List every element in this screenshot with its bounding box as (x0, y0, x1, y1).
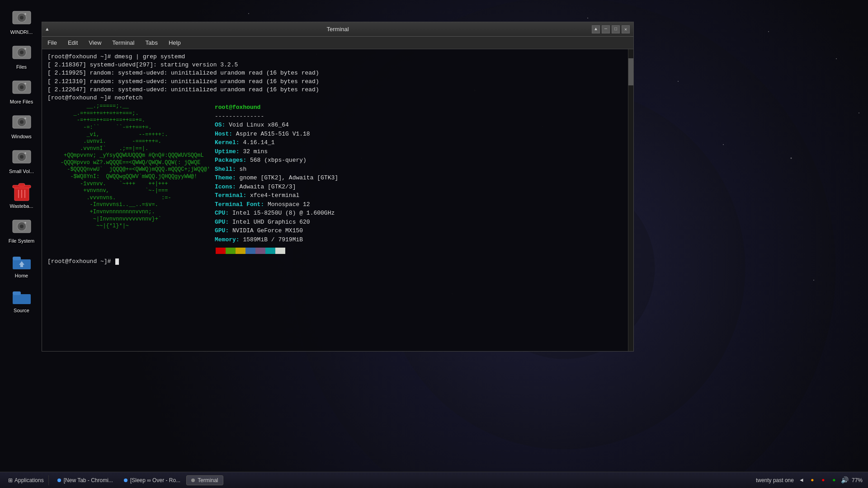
menu-view[interactable]: View (87, 38, 103, 47)
taskbar-left: ⊞ Applications (0, 475, 49, 485)
terminal-line-1: [ 2.118367] systemd-udevd[297]: starting… (47, 61, 623, 69)
svg-point-7 (24, 48, 26, 50)
desktop-icon-files[interactable]: Files (4, 39, 40, 72)
menu-help[interactable]: Help (167, 38, 183, 47)
color-swatch-purple (255, 248, 265, 254)
terminal-menubar: File Edit View Terminal Tabs Help (42, 37, 633, 49)
svg-point-6 (20, 51, 24, 54)
tray-status1-icon[interactable]: ● (819, 476, 827, 484)
system-tray: ◀ ● ● ● 🔊 77% (797, 476, 863, 484)
color-swatch-red (216, 248, 226, 254)
desktop-icon-more-files-label: More Files (10, 99, 33, 104)
tray-volume-pct: 77% (852, 477, 863, 483)
applications-button[interactable]: ⊞ Applications (4, 475, 49, 485)
desktop-icon-home[interactable]: Home (4, 248, 40, 281)
taskbar-item-terminal[interactable]: Terminal (186, 475, 223, 485)
svg-point-3 (24, 13, 26, 15)
color-swatch-blue (245, 248, 255, 254)
desktop-sidebar: WINDRI... Files More Files (0, 0, 43, 371)
tray-expand-icon[interactable]: ◀ (797, 476, 806, 484)
cursor (115, 258, 119, 265)
menu-tabs[interactable]: Tabs (143, 38, 159, 47)
svg-rect-34 (13, 294, 31, 304)
win-close-button[interactable]: ✕ (622, 25, 630, 33)
desktop-icon-small-vol[interactable]: Small Vol... (4, 144, 40, 176)
desktop-icon-windows[interactable]: Windows (4, 109, 40, 141)
window-controls: ▲ ─ □ ✕ (592, 25, 630, 33)
win-expand-button[interactable]: ▲ (592, 25, 600, 33)
svg-rect-33 (20, 265, 23, 267)
menu-edit[interactable]: Edit (66, 38, 80, 47)
desktop-icon-small-vol-label: Small Vol... (9, 169, 34, 174)
desktop-icon-source-label: Source (14, 308, 29, 313)
tray-status2-icon[interactable]: ● (830, 476, 838, 484)
desktop-icon-trash-label: Wasteba... (9, 203, 33, 209)
desktop-icon-windri[interactable]: WINDRI... (4, 5, 40, 37)
color-swatch-green (226, 248, 236, 254)
taskbar-clock: twenty past one (756, 477, 794, 483)
desktop-icon-files-label: Files (16, 64, 27, 70)
taskbar-dot-chromium2 (124, 479, 127, 482)
menu-terminal[interactable]: Terminal (110, 38, 136, 47)
taskbar-dot-chromium1 (57, 479, 61, 482)
neofetch-output: __.;=====;.__ _.=+==++=++=+=+===;. -=++=… (47, 103, 623, 254)
svg-rect-31 (13, 257, 21, 260)
terminal-titlebar: ▲ Terminal ▲ ─ □ ✕ (42, 22, 633, 37)
desktop-icon-filesystem[interactable]: File System (4, 213, 40, 246)
desktop-icon-filesystem-label: File System (9, 238, 34, 244)
win-expand-icon: ▲ (46, 27, 49, 32)
win-minimize-button[interactable]: ─ (602, 25, 610, 33)
terminal-scrollbar-thumb[interactable] (628, 58, 633, 85)
terminal-content[interactable]: [root@foxhound ~]# dmesg | grep systemd … (42, 49, 628, 351)
color-swatch-white (275, 248, 285, 254)
taskbar-items: [New Tab - Chromi... [Sleep ∞ Over - Ro.… (49, 475, 756, 485)
svg-rect-22 (19, 183, 25, 186)
svg-point-19 (24, 152, 26, 154)
terminal-line-prompt2: [root@foxhound ~]# neofetch (47, 94, 623, 102)
desktop-icon-more-files[interactable]: More Files (4, 74, 40, 107)
terminal-line-4: [ 2.122647] random: systemd-udevd: unini… (47, 86, 623, 94)
svg-point-2 (20, 16, 24, 19)
taskbar-item-chromium1[interactable]: [New Tab - Chromi... (52, 475, 118, 485)
desktop-icon-windows-label: Windows (11, 134, 32, 139)
menu-file[interactable]: File (46, 38, 59, 47)
color-swatch-cyan (265, 248, 275, 254)
terminal-title: Terminal (326, 26, 349, 33)
neofetch-ascii-art: __.;=====;.__ _.=+==++=++=+=+===;. -=++=… (47, 103, 206, 254)
svg-point-10 (20, 85, 24, 89)
svg-point-14 (20, 120, 24, 124)
desktop-icon-trash[interactable]: Wasteba... (4, 178, 40, 211)
terminal-body: [root@foxhound ~]# dmesg | grep systemd … (42, 49, 633, 351)
terminal-scrollbar[interactable] (628, 49, 633, 351)
desktop-icon-windri-label: WINDRI... (10, 29, 33, 35)
terminal-line-prompt1: [root@foxhound ~]# dmesg | grep systemd (47, 53, 623, 61)
color-swatches (216, 248, 338, 254)
applications-icon: ⊞ (8, 477, 13, 483)
taskbar-item-chromium2[interactable]: [Sleep ∞ Over - Ro... (119, 475, 185, 485)
svg-point-11 (24, 83, 26, 84)
desktop-icon-source[interactable]: Source (4, 283, 40, 315)
color-swatch-yellow (236, 248, 245, 254)
svg-point-15 (24, 117, 26, 119)
win-maximize-button[interactable]: □ (612, 25, 620, 33)
terminal-window: ▲ Terminal ▲ ─ □ ✕ File Edit View Termin… (42, 22, 634, 352)
applications-label: Applications (14, 477, 44, 483)
taskbar-item-terminal-label: Terminal (198, 477, 218, 483)
taskbar-right: twenty past one ◀ ● ● ● 🔊 77% (756, 476, 868, 484)
taskbar-dot-terminal (191, 479, 195, 482)
svg-point-29 (24, 222, 26, 224)
svg-rect-35 (13, 291, 21, 295)
svg-point-18 (20, 155, 24, 159)
taskbar-item-chromium2-label: [Sleep ∞ Over - Ro... (130, 477, 180, 483)
tray-network-icon[interactable]: ● (808, 476, 816, 484)
taskbar: ⊞ Applications [New Tab - Chromi... [Sle… (0, 472, 868, 488)
neofetch-system-info: root@foxhound -------------- OS: Void Li… (206, 103, 338, 254)
desktop-icon-home-label: Home (15, 273, 28, 278)
terminal-line-2: [ 2.119925] random: systemd-udevd: unini… (47, 69, 623, 77)
terminal-final-prompt: [root@foxhound ~]# (47, 258, 623, 266)
terminal-line-3: [ 2.121310] random: systemd-udevd: unini… (47, 78, 623, 86)
svg-point-28 (20, 225, 24, 228)
tray-volume-icon[interactable]: 🔊 (841, 476, 849, 484)
taskbar-item-chromium1-label: [New Tab - Chromi... (64, 477, 113, 483)
